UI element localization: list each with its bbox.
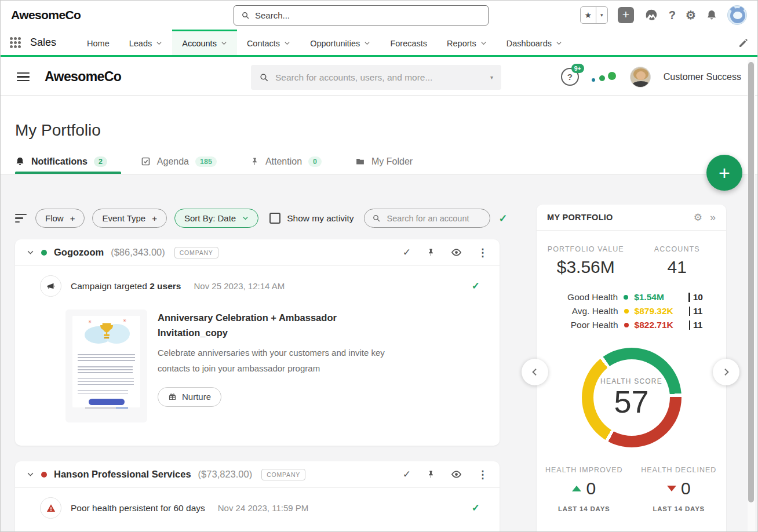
bell-icon <box>15 156 25 166</box>
global-actions-button[interactable]: + <box>618 7 634 23</box>
mark-done-icon[interactable]: ✓ <box>403 246 411 258</box>
show-my-activity-label: Show my activity <box>287 213 354 224</box>
campaign-tag-nurture[interactable]: Nurture <box>158 387 221 407</box>
nav-tab-forecasts[interactable]: Forecasts <box>380 30 437 55</box>
favorites-caret-icon[interactable]: ▾ <box>596 7 607 23</box>
tab-label: My Folder <box>371 156 413 167</box>
pin-icon[interactable] <box>427 470 435 479</box>
setup-gear-icon[interactable]: ⚙ <box>686 8 696 22</box>
filter-icon[interactable] <box>15 214 28 223</box>
campaign-title: Anniversary Celebration + Ambassador Inv… <box>158 311 349 340</box>
notification-timestamp: Nov 25 2023, 12:14 AM <box>194 281 285 291</box>
nav-tab-contacts[interactable]: Contacts <box>237 30 300 55</box>
plus-icon: + <box>70 213 75 223</box>
help-icon[interactable]: ? <box>669 9 676 22</box>
filter-flow-pill[interactable]: Flow+ <box>35 209 85 228</box>
collapse-panel-icon[interactable]: » <box>710 212 716 224</box>
search-scope-caret-icon[interactable]: ▾ <box>490 74 493 81</box>
health-breakdown: Good Health $1.54M 10 Avg. Health $879.3… <box>537 290 726 332</box>
search-icon <box>241 11 250 20</box>
trailhead-icon[interactable] <box>644 8 659 23</box>
app-launcher-icon[interactable] <box>10 37 21 48</box>
chevron-down-icon[interactable] <box>556 40 562 46</box>
nav-tab-accounts[interactable]: Accounts <box>172 30 237 55</box>
health-row-poor[interactable]: Poor Health $822.71K 11 <box>537 318 726 332</box>
eye-icon[interactable] <box>451 247 462 258</box>
collapse-chevron-icon[interactable] <box>27 249 34 256</box>
app-search-input[interactable] <box>275 72 484 83</box>
favorites-control[interactable]: ★ ▾ <box>580 6 608 24</box>
account-card-header[interactable]: Hanson Professional Services ($73,823.00… <box>15 461 500 488</box>
tab-attention[interactable]: Attention 0 <box>250 149 322 174</box>
collapse-chevron-icon[interactable] <box>27 471 34 478</box>
global-search[interactable]: Search... <box>234 5 489 25</box>
accounts-count: 41 <box>632 257 723 277</box>
sort-by-pill[interactable]: Sort By: Date <box>174 209 258 228</box>
health-score-value: 57 <box>614 385 648 418</box>
nav-tab-home[interactable]: Home <box>77 30 119 55</box>
nav-tab-opportunities[interactable]: Opportunities <box>300 30 380 55</box>
user-name-label[interactable]: Customer Success <box>664 72 741 82</box>
tab-agenda[interactable]: Agenda 185 <box>141 149 217 174</box>
notification-text: Campaign targeted 2 users <box>71 281 181 291</box>
health-row-good[interactable]: Good Health $1.54M 10 <box>537 290 726 304</box>
account-card-hanson: Hanson Professional Services ($73,823.00… <box>15 461 500 532</box>
carousel-right-arrow[interactable] <box>713 359 739 385</box>
star-icon[interactable]: ★ <box>581 7 596 23</box>
show-my-activity-checkbox[interactable] <box>269 213 280 224</box>
gear-icon[interactable]: ⚙ <box>694 212 702 224</box>
health-row-avg[interactable]: Avg. Health $879.32K 11 <box>537 304 726 318</box>
help-question-icon[interactable]: ? 9+ <box>561 68 579 86</box>
account-search-pill[interactable] <box>364 209 490 228</box>
nav-tab-dashboards[interactable]: Dashboards <box>497 30 572 55</box>
user-avatar-astro[interactable] <box>727 5 747 25</box>
more-options-kebab-icon[interactable]: ⋮ <box>478 246 488 259</box>
health-status-dot <box>41 250 47 256</box>
notification-row[interactable]: Campaign targeted 2 users Nov 25 2023, 1… <box>15 266 500 297</box>
health-declined-stat: HEALTH DECLINED 0 LAST 14 DAYS <box>632 466 727 512</box>
eye-icon[interactable] <box>451 469 462 480</box>
panel-title: MY PORTFOLIO <box>547 213 613 222</box>
scrollbar-thumb[interactable] <box>748 62 754 502</box>
filter-event-type-pill[interactable]: Event Type+ <box>92 209 167 228</box>
notifications-bell-icon[interactable] <box>706 9 717 21</box>
pin-icon[interactable] <box>427 248 435 257</box>
filter-applied-check-icon: ✓ <box>499 212 508 225</box>
account-value: ($86,343.00) <box>111 247 165 258</box>
more-options-kebab-icon[interactable]: ⋮ <box>478 468 488 481</box>
dismiss-check-icon[interactable]: ✓ <box>472 502 488 514</box>
account-search-input[interactable] <box>387 214 482 223</box>
nav-tab-leads[interactable]: Leads <box>119 30 173 55</box>
add-new-fab-button[interactable]: + <box>706 155 742 191</box>
pin-icon <box>250 157 259 166</box>
tab-notifications[interactable]: Notifications 2 <box>15 149 107 174</box>
chevron-down-icon[interactable] <box>156 40 162 46</box>
carousel-left-arrow[interactable] <box>522 359 548 385</box>
user-avatar-photo[interactable] <box>630 67 651 88</box>
portfolio-value-stat: PORTFOLIO VALUE $3.56M <box>540 245 632 277</box>
mark-done-icon[interactable]: ✓ <box>403 468 411 480</box>
menu-hamburger-icon[interactable] <box>17 72 30 82</box>
notification-timestamp: Nov 24 2023, 11:59 PM <box>218 503 309 513</box>
campaign-description: Celebrate anniversaries with your custom… <box>158 345 401 377</box>
chevron-down-icon[interactable] <box>284 40 290 46</box>
chevron-down-icon[interactable] <box>480 40 487 46</box>
nav-tab-reports[interactable]: Reports <box>437 30 497 55</box>
account-card-header[interactable]: Gogozoom ($86,343.00) COMPANY ✓ ⋮ <box>15 239 500 266</box>
email-preview: ✳ ✳ <box>72 316 140 407</box>
tab-count-badge: 0 <box>308 156 322 167</box>
search-icon <box>372 214 381 223</box>
stat-label: ACCOUNTS <box>632 245 723 253</box>
email-preview-thumbnail[interactable]: ✳ ✳ <box>65 309 147 422</box>
tab-my-folder[interactable]: My Folder <box>355 149 413 174</box>
app-name[interactable]: Sales <box>30 37 56 49</box>
app-search-bar[interactable]: ▾ <box>251 65 501 90</box>
dismiss-check-icon[interactable]: ✓ <box>472 280 488 292</box>
account-name[interactable]: Hanson Professional Services <box>54 469 191 480</box>
chevron-down-icon[interactable] <box>221 40 227 46</box>
chevron-down-icon[interactable] <box>364 40 370 46</box>
edit-pencil-icon[interactable] <box>738 38 748 48</box>
notification-row[interactable]: Poor health persistent for 60 days Nov 2… <box>15 488 500 519</box>
campaign-detail: ✳ ✳ Anniversary Celebration + Ambassador… <box>65 309 500 422</box>
account-name[interactable]: Gogozoom <box>54 247 104 258</box>
